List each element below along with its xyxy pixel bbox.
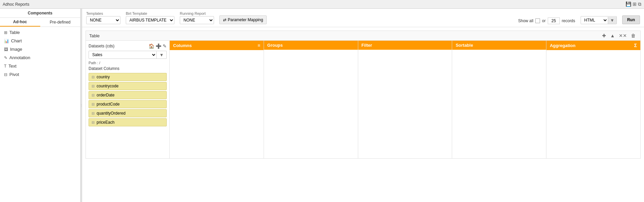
sidebar-item-table[interactable]: ⊞ Table — [0, 28, 80, 37]
drop-zone-sortable[interactable]: Sortable — [452, 41, 546, 158]
sidebar-items: ⊞ Table 📊 Chart 🖼 Image ✎ Annotation T — [0, 27, 80, 80]
column-quantityordered[interactable]: ⊟ quantityOrdered — [89, 109, 167, 117]
running-select[interactable]: NONE — [180, 16, 214, 24]
table-section-header: Table ✚ ▲ ✕✕ 🗑 — [86, 31, 640, 41]
format-select[interactable]: HTML PDF Excel — [581, 16, 608, 24]
col-icon-quantityordered: ⊟ — [92, 111, 95, 116]
drop-zone-aggregation-header: Aggregation Σ — [546, 41, 640, 50]
table-delete-button[interactable]: 🗑 — [630, 32, 637, 39]
drop-zone-sortable-header: Sortable — [452, 41, 546, 50]
templates-select[interactable]: NONE — [87, 16, 120, 24]
drop-zone-filter-header: Filter — [358, 41, 452, 50]
app-title: Adhoc Reports — [3, 2, 29, 7]
title-bar: Adhoc Reports 💾 ⊞ ⧉ — [0, 0, 644, 9]
save-icon[interactable]: 💾 — [626, 1, 631, 7]
birt-label: Birt Template — [126, 11, 174, 15]
birt-group: Birt Template AIRBUS TEMPLATE — [126, 11, 174, 24]
datasets-header-text: Datasets (cds) — [89, 44, 114, 48]
datasets-select[interactable]: Sales — [89, 51, 156, 58]
column-orderdate[interactable]: ⊟ orderDate — [89, 91, 167, 99]
column-country[interactable]: ⊟ country — [89, 73, 167, 81]
table-section-actions: ✚ ▲ ✕✕ 🗑 — [601, 32, 637, 39]
datasets-header-icons: 🏠 ➕ ✎ — [149, 43, 167, 49]
drop-zone-groups[interactable]: Groups — [264, 41, 358, 158]
sidebar-item-image[interactable]: 🖼 Image — [0, 45, 80, 53]
sidebar-item-chart[interactable]: 📊 Chart — [0, 37, 80, 45]
templates-select-wrap: NONE — [86, 16, 120, 24]
show-all-label: Show all — [518, 18, 533, 23]
drop-zone-aggregation[interactable]: Aggregation Σ — [546, 41, 640, 158]
aggregation-icon: Σ — [634, 43, 637, 48]
format-select-wrap: HTML PDF Excel ▼ — [581, 16, 617, 24]
show-all-checkbox[interactable] — [535, 18, 540, 23]
aggregation-label: Aggregation — [550, 43, 576, 48]
add-dataset-icon[interactable]: ➕ — [156, 43, 161, 49]
datasets-header: Datasets (cds) 🏠 ➕ ✎ — [89, 43, 167, 49]
datasets-select-wrap: Sales ▼ — [89, 51, 167, 59]
column-productcode[interactable]: ⊟ productCode — [89, 100, 167, 108]
show-all-group: Show all or records — [518, 17, 575, 24]
sidebar-item-annotation-label: Annotation — [9, 55, 30, 60]
report-area: Table ✚ ▲ ✕✕ 🗑 Datasets (cds) — [82, 27, 644, 202]
drop-zone-filter[interactable]: Filter — [358, 41, 452, 158]
column-countrycode[interactable]: ⊟ countrycode — [89, 82, 167, 90]
window-icon[interactable]: ⧉ — [638, 1, 641, 7]
table-section: Table ✚ ▲ ✕✕ 🗑 Datasets (cds) — [86, 31, 641, 159]
run-button[interactable]: Run — [622, 15, 640, 24]
birt-select[interactable]: AIRBUS TEMPLATE — [126, 16, 174, 24]
title-bar-icons: 💾 ⊞ ⧉ — [626, 1, 641, 7]
pivot-icon: ⊟ — [4, 72, 7, 77]
sidebar-tabs: Ad-hoc Pre-defined — [0, 18, 80, 27]
content-area: Templates NONE Birt Template AIRBUS TEMP… — [82, 9, 644, 202]
running-select-wrap: NONE — [180, 16, 214, 24]
drop-zone-columns[interactable]: Columns ≡ — [170, 41, 264, 158]
annotation-icon: ✎ — [4, 55, 7, 60]
param-mapping-button[interactable]: ⇄ Parameter Mapping — [219, 15, 267, 24]
col-icon-orderdate: ⊟ — [92, 93, 95, 97]
table-up-button[interactable]: ▲ — [609, 32, 616, 39]
tab-predefined[interactable]: Pre-defined — [40, 18, 80, 27]
sortable-label: Sortable — [455, 43, 473, 48]
param-label: Parameter Mapping — [228, 17, 263, 22]
drop-zones: Columns ≡ Groups — [170, 41, 640, 158]
filter-label: Filter — [362, 43, 372, 48]
col-label-orderdate: orderDate — [97, 93, 114, 97]
sidebar-item-pivot[interactable]: ⊟ Pivot — [0, 70, 80, 79]
image-icon: 🖼 — [4, 47, 8, 52]
columns-content — [170, 50, 264, 158]
groups-label: Groups — [267, 43, 283, 48]
col-icon-country: ⊟ — [92, 75, 95, 79]
groups-content — [264, 50, 358, 158]
filter-content — [358, 50, 452, 158]
datasets-select-arrow: ▼ — [156, 51, 166, 58]
sidebar-header: Components — [0, 9, 80, 18]
grid-icon[interactable]: ⊞ — [633, 1, 637, 7]
birt-select-wrap: AIRBUS TEMPLATE — [126, 16, 174, 24]
aggregation-content — [546, 50, 640, 158]
datasets-columns-label: Dataset Columns — [89, 66, 167, 71]
records-input[interactable] — [548, 17, 560, 24]
home-icon[interactable]: 🏠 — [149, 43, 154, 49]
table-add-button[interactable]: ✚ — [601, 32, 607, 39]
chart-icon: 📊 — [4, 39, 9, 43]
running-label: Running Report — [180, 11, 214, 15]
sidebar-item-annotation[interactable]: ✎ Annotation — [0, 53, 80, 62]
sidebar: Components Ad-hoc Pre-defined ⊞ Table 📊 … — [0, 9, 80, 202]
records-label: records — [562, 18, 575, 23]
sidebar-item-image-label: Image — [10, 47, 22, 52]
table-cross-button[interactable]: ✕✕ — [618, 32, 628, 39]
col-icon-productcode: ⊟ — [92, 102, 95, 107]
col-label-productcode: productCode — [97, 102, 120, 107]
col-label-quantityordered: quantityOrdered — [97, 111, 125, 116]
sidebar-item-table-label: Table — [9, 30, 20, 35]
columns-icon: ≡ — [258, 43, 260, 48]
main-content: Components Ad-hoc Pre-defined ⊞ Table 📊 … — [0, 9, 644, 202]
tab-adhoc[interactable]: Ad-hoc — [0, 18, 40, 27]
column-priceeach[interactable]: ⊟ priceEach — [89, 118, 167, 126]
edit-dataset-icon[interactable]: ✎ — [163, 43, 167, 49]
drop-zone-groups-header: Groups — [264, 41, 358, 50]
sidebar-item-text[interactable]: T Text — [0, 62, 80, 70]
datasets-panel: Datasets (cds) 🏠 ➕ ✎ Sales — [86, 41, 170, 158]
table-icon: ⊞ — [4, 30, 7, 35]
col-label-priceeach: priceEach — [97, 120, 114, 125]
